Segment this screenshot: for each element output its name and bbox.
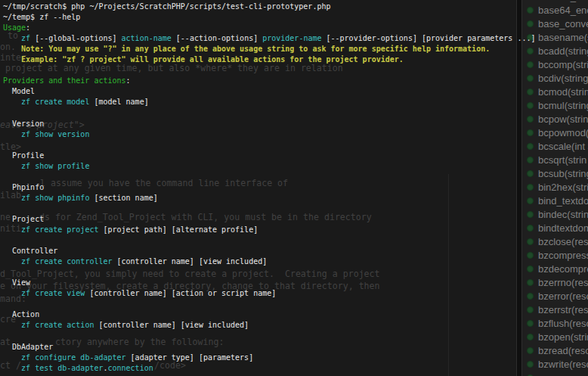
function-bullet-icon [527,61,534,68]
completion-item-label: bcscale(int $ [538,141,588,152]
function-bullet-icon [527,170,534,177]
function-bullet-icon [527,34,534,41]
completion-item[interactable]: bzerrstr(res [522,303,588,316]
editor-bleed-fragment: tle> [0,142,21,152]
completion-item-label: bzread(reso [538,345,588,356]
completion-item[interactable]: basename(st [522,30,588,44]
completion-item-label: bzopen(strin [538,331,588,343]
function-bullet-icon [527,334,534,340]
editor-bleed-fragment: at [0,337,11,347]
completion-item[interactable]: bindtextdom [522,221,588,235]
completion-item[interactable]: bzopen(strin [522,330,588,343]
completion-item[interactable]: bccomp(stri [522,57,588,71]
function-bullet-icon [527,20,534,27]
completion-item[interactable]: bzdecompre [522,262,588,275]
completion-item[interactable]: bcscale(int $ [522,139,588,153]
completion-item-label: basename(st [538,32,588,43]
editor-bleed-fragment: niti [0,224,21,234]
function-bullet-icon [527,129,534,136]
completion-item[interactable]: bcdiv(string [522,71,588,85]
function-bullet-icon [527,102,534,109]
function-bullet-icon [527,252,534,259]
completion-item-label: bcmod(strin [538,86,588,98]
completion-item-list: base64_decbase64_encbase_converbasename(… [522,0,588,376]
function-bullet-icon [527,184,534,191]
editor-bleed-fragment: ne [0,213,11,222]
completion-item[interactable]: bcpow(strin [522,112,588,126]
completion-item[interactable]: base_conver [522,17,588,30]
completion-item-label: bcsqrt(strin [538,154,586,166]
window-divider [516,0,522,376]
function-bullet-icon [527,143,534,150]
completion-popup: base64_decbase64_encbase_converbasename(… [522,0,588,376]
function-bullet-icon [527,157,534,163]
completion-item-label: bcsub(string [538,168,588,179]
function-bullet-icon [527,279,534,286]
function-bullet-icon [527,347,534,354]
function-bullet-icon [527,116,534,123]
editor-bleed-fragment: /code> [154,361,186,371]
function-bullet-icon [527,75,534,82]
completion-item[interactable]: bzread(reso [522,343,588,357]
completion-item-label: bzclose(reso [538,236,588,247]
function-bullet-icon [527,361,534,368]
completion-item[interactable]: bcsub(string [522,166,588,180]
editor-bleed-fragment: l assume you have the command line inter… [40,179,288,188]
function-bullet-icon [527,197,534,204]
completion-item[interactable]: bin2hex(stri [522,180,588,194]
function-bullet-icon [527,266,534,272]
editor-bleed-fragment: on. [0,42,16,52]
completion-item-label: bind_textdo [538,195,588,207]
completion-item[interactable]: bzerror(reso [522,289,588,303]
completion-item-label: bindec(strin [538,209,588,220]
completion-item[interactable]: bzwrite(reso [522,357,588,371]
function-bullet-icon [527,293,534,300]
completion-item-label: bin2hex(stri [538,182,588,193]
editor-bleed-fragment: project at any given time, but also *whe… [5,64,343,73]
editor-bleed-fragment: ctory anywhere by the following: [55,337,224,347]
function-bullet-icon [527,306,534,313]
editor-bleed-fragment: to [8,31,18,41]
completion-item-label: base64_enc [538,5,588,16]
completion-item-label: bzdecompre [538,263,588,275]
editor-bleed-fragment: ds for Zend_Tool_Project with CLI, you m… [39,213,372,222]
completion-item[interactable]: bcmul(string [522,98,588,112]
completion-item[interactable]: bind_textdo [522,194,588,207]
completion-item-label: base64_dec [538,0,588,2]
editor-bleed-layer: toon.interproject at any given time, but… [0,0,516,376]
completion-item[interactable]: base64_enc [522,3,588,17]
completion-item-label: bzflush(reso [538,318,588,329]
completion-item[interactable]: bzflush(reso [522,316,588,330]
completion-item-label: bcpow(strin [538,113,588,125]
completion-item[interactable]: bcsqrt(strin [522,153,588,166]
editor-bleed-fragment: eate-a-project"> [0,120,85,130]
completion-item[interactable] [522,371,588,376]
editor-bleed-fragment: e on your filesystem, create a directory… [0,281,380,291]
editor-bleed-fragment: inter [0,53,26,63]
function-bullet-icon [527,48,534,54]
function-bullet-icon [527,238,534,245]
completion-item[interactable]: bcmod(strin [522,85,588,98]
completion-item[interactable]: bindec(strin [522,207,588,221]
completion-item-label: bzcompress [538,250,588,261]
completion-item-label: bzerrstr(res [538,304,588,315]
editor-bleed-fragment: ilab [0,191,21,200]
completion-item-label: bcmul(string [538,100,588,111]
completion-item-label: bindtextdom [538,222,588,234]
editor-bleed-fragment: mand: [0,294,26,304]
editor-bleed-fragment: ct / [0,361,21,371]
function-bullet-icon [527,225,534,232]
completion-item[interactable]: bcadd(string [522,44,588,57]
completion-item[interactable]: bzerrno(res [522,275,588,289]
completion-item-label: bcdiv(string [538,73,588,84]
completion-item-label: bzerror(reso [538,291,588,302]
completion-item-label: bcpowmod(s [538,127,588,138]
function-bullet-icon [527,211,534,218]
completion-item-label: base_conver [538,18,588,30]
completion-item[interactable]: bcpowmod(s [522,126,588,139]
completion-item-label: bzerrno(res [538,277,588,288]
completion-item[interactable]: bzcompress [522,248,588,262]
completion-item[interactable]: bzclose(reso [522,235,588,248]
completion-item-label: bzwrite(reso [538,359,588,370]
completion-item-label: bccomp(stri [538,59,588,70]
